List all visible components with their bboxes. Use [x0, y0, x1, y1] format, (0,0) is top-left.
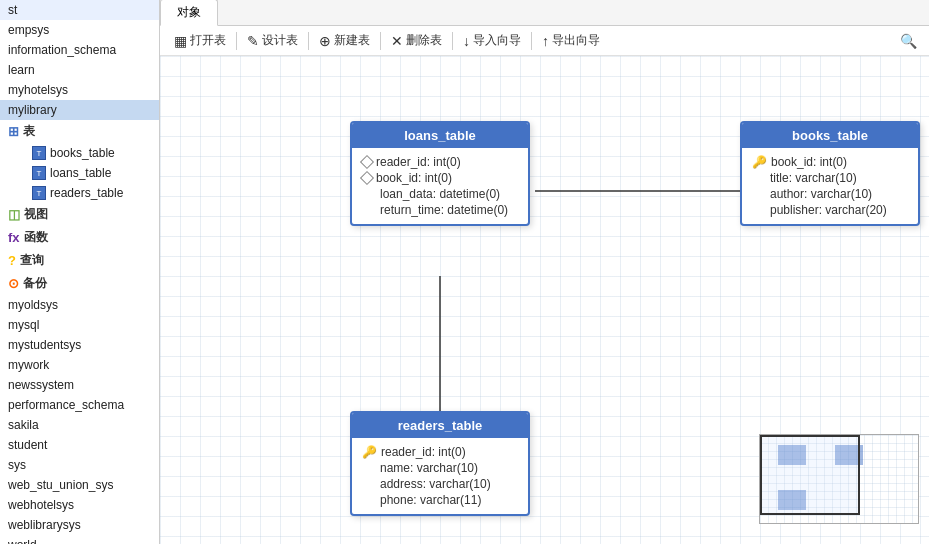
- sidebar-item-newssystem[interactable]: newssystem: [0, 375, 159, 395]
- toolbar-separator: [308, 32, 309, 50]
- sidebar-item-weblibrarysys[interactable]: weblibrarysys: [0, 515, 159, 535]
- sidebar-item-mystudentsys[interactable]: mystudentsys: [0, 335, 159, 355]
- sidebar-item-performance_schema[interactable]: performance_schema: [0, 395, 159, 415]
- sidebar: stempsysinformation_schemalearnmyhotelsy…: [0, 0, 160, 544]
- toolbar-btn-新建表[interactable]: ⊕新建表: [313, 30, 376, 51]
- sidebar-item-查询[interactable]: ?查询: [0, 249, 159, 272]
- toolbar-separator: [531, 32, 532, 50]
- tab-对象[interactable]: 对象: [160, 0, 218, 26]
- sidebar-item-empsys[interactable]: empsys: [0, 20, 159, 40]
- toolbar-separator: [452, 32, 453, 50]
- er-field: author: varchar(10): [752, 186, 908, 202]
- toolbar-btn-打开表[interactable]: ▦打开表: [168, 30, 232, 51]
- toolbar-icon: ↓: [463, 33, 470, 49]
- sidebar-item-sys[interactable]: sys: [0, 455, 159, 475]
- sidebar-item-books_table[interactable]: Tbooks_table: [0, 143, 159, 163]
- sidebar-item-mywork[interactable]: mywork: [0, 355, 159, 375]
- toolbar-icon: ✎: [247, 33, 259, 49]
- toolbar-icon: ↑: [542, 33, 549, 49]
- toolbar-btn-导出向导[interactable]: ↑导出向导: [536, 30, 606, 51]
- sidebar-item-视图[interactable]: ◫视图: [0, 203, 159, 226]
- sidebar-item-mysql[interactable]: mysql: [0, 315, 159, 335]
- sidebar-item-mylibrary[interactable]: mylibrary: [0, 100, 159, 120]
- minimap: [759, 434, 919, 524]
- toolbar-icon: ✕: [391, 33, 403, 49]
- sidebar-item-myoldsys[interactable]: myoldsys: [0, 295, 159, 315]
- er-field: address: varchar(10): [362, 476, 518, 492]
- sidebar-item-learn[interactable]: learn: [0, 60, 159, 80]
- toolbar: ▦打开表✎设计表⊕新建表✕删除表↓导入向导↑导出向导🔍: [160, 26, 929, 56]
- sidebar-item-st[interactable]: st: [0, 0, 159, 20]
- er-canvas: loans_tablereader_id: int(0)book_id: int…: [160, 56, 929, 544]
- er-table-readers_table[interactable]: readers_table🔑reader_id: int(0)name: var…: [350, 411, 530, 516]
- toolbar-btn-导入向导[interactable]: ↓导入向导: [457, 30, 527, 51]
- sidebar-item-函数[interactable]: fx函数: [0, 226, 159, 249]
- search-button[interactable]: 🔍: [896, 31, 921, 51]
- er-table-books_table[interactable]: books_table🔑book_id: int(0)title: varcha…: [740, 121, 920, 226]
- toolbar-separator: [236, 32, 237, 50]
- diamond-icon: [360, 155, 374, 169]
- er-table-header-loans_table: loans_table: [352, 123, 528, 148]
- er-table-body-readers_table: 🔑reader_id: int(0)name: varchar(10)addre…: [352, 438, 528, 514]
- sidebar-item-information_schema[interactable]: information_schema: [0, 40, 159, 60]
- sidebar-item-备份[interactable]: ⊙备份: [0, 272, 159, 295]
- minimap-inner: [760, 435, 918, 523]
- er-field: 🔑book_id: int(0): [752, 154, 908, 170]
- er-field: name: varchar(10): [362, 460, 518, 476]
- sidebar-item-webhotelsys[interactable]: webhotelsys: [0, 495, 159, 515]
- toolbar-separator: [380, 32, 381, 50]
- er-field: book_id: int(0): [362, 170, 518, 186]
- er-field: return_time: datetime(0): [362, 202, 518, 218]
- er-table-loans_table[interactable]: loans_tablereader_id: int(0)book_id: int…: [350, 121, 530, 226]
- key-icon: 🔑: [362, 445, 377, 459]
- er-field: publisher: varchar(20): [752, 202, 908, 218]
- key-icon: 🔑: [752, 155, 767, 169]
- er-table-body-books_table: 🔑book_id: int(0)title: varchar(10)author…: [742, 148, 918, 224]
- er-field: title: varchar(10): [752, 170, 908, 186]
- sidebar-item-readers_table[interactable]: Treaders_table: [0, 183, 159, 203]
- er-table-body-loans_table: reader_id: int(0)book_id: int(0)loan_dat…: [352, 148, 528, 224]
- toolbar-btn-设计表[interactable]: ✎设计表: [241, 30, 304, 51]
- er-field: 🔑reader_id: int(0): [362, 444, 518, 460]
- er-field: phone: varchar(11): [362, 492, 518, 508]
- tab-bar: 对象: [160, 0, 929, 26]
- sidebar-item-loans_table[interactable]: Tloans_table: [0, 163, 159, 183]
- er-table-header-readers_table: readers_table: [352, 413, 528, 438]
- sidebar-item-myhotelsys[interactable]: myhotelsys: [0, 80, 159, 100]
- table-icon: T: [32, 166, 46, 180]
- main-panel: 对象 ▦打开表✎设计表⊕新建表✕删除表↓导入向导↑导出向导🔍 loans_tab…: [160, 0, 929, 544]
- er-table-header-books_table: books_table: [742, 123, 918, 148]
- diamond-icon: [360, 171, 374, 185]
- toolbar-icon: ⊕: [319, 33, 331, 49]
- sidebar-item-world[interactable]: world: [0, 535, 159, 544]
- table-icon: T: [32, 146, 46, 160]
- sidebar-item-表[interactable]: ⊞表: [0, 120, 159, 143]
- er-field: reader_id: int(0): [362, 154, 518, 170]
- sidebar-item-web_stu_union_sys[interactable]: web_stu_union_sys: [0, 475, 159, 495]
- er-field: loan_data: datetime(0): [362, 186, 518, 202]
- table-icon: T: [32, 186, 46, 200]
- toolbar-icon: ▦: [174, 33, 187, 49]
- sidebar-item-sakila[interactable]: sakila: [0, 415, 159, 435]
- toolbar-btn-删除表[interactable]: ✕删除表: [385, 30, 448, 51]
- sidebar-item-student[interactable]: student: [0, 435, 159, 455]
